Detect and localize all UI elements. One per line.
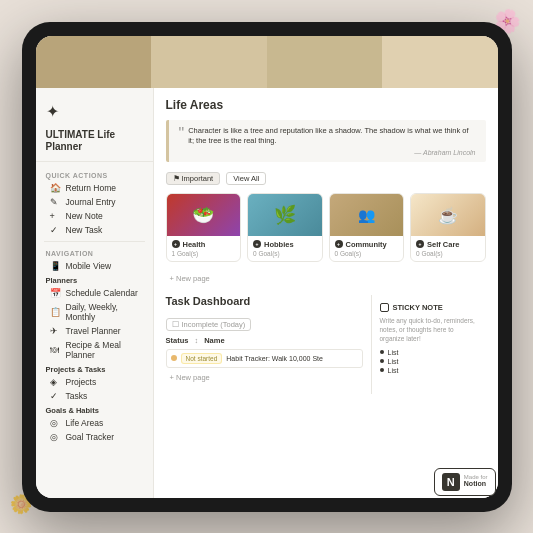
- add-page-label: + New page: [170, 274, 210, 283]
- add-new-page-row[interactable]: + New page: [166, 272, 486, 285]
- task-dashboard: Task Dashboard ☐ Incomplete (Today) Stat…: [166, 295, 363, 394]
- sidebar: ✦ ULTIMATE Life Planner QUICK ACTIONS 🏠 …: [36, 88, 154, 498]
- goal-tracker-icon: ◎: [50, 432, 62, 442]
- life-area-info-health: + Health 1 Goal(s): [167, 236, 241, 261]
- task-col-header: Status ↕ Name: [166, 336, 363, 345]
- mobile-icon: 📱: [50, 261, 62, 271]
- note-icon: +: [50, 211, 62, 221]
- banner-segment-1: [36, 36, 152, 88]
- sticky-list-label-2: List: [388, 367, 399, 374]
- task-title: Task Dashboard: [166, 295, 251, 307]
- name-col-label: Name: [204, 336, 224, 345]
- sidebar-logo: ✦: [36, 96, 153, 125]
- sidebar-item-travel[interactable]: ✈ Travel Planner: [40, 324, 149, 338]
- life-areas-title: Life Areas: [166, 98, 486, 112]
- life-area-card-community[interactable]: + Community 0 Goal(s): [329, 193, 405, 262]
- tags-row: ⚑ Important View All: [166, 172, 486, 185]
- add-task-row[interactable]: + New page: [166, 371, 363, 384]
- status-dot: [171, 355, 177, 361]
- sidebar-label-mobile-view: Mobile View: [66, 261, 112, 271]
- right-content: Life Areas " Character is like a tree an…: [154, 88, 498, 498]
- sidebar-label-daily: Daily, Weekly, Monthly: [66, 302, 139, 322]
- quick-actions-label: QUICK ACTIONS: [36, 168, 153, 181]
- sticky-desc: Write any quick to-do, reminders, notes,…: [380, 316, 478, 343]
- task-status-badge: Not started: [181, 353, 223, 364]
- life-area-img-community: [330, 194, 404, 236]
- projects-icon: ◈: [50, 377, 62, 387]
- sticky-list-item-1: List: [380, 358, 478, 365]
- sticky-title: STICKY NOTE: [393, 303, 443, 312]
- notion-brand-name: Notion: [464, 480, 488, 488]
- main-content: ✦ ULTIMATE Life Planner QUICK ACTIONS 🏠 …: [36, 88, 498, 498]
- bottom-content-row: Task Dashboard ☐ Incomplete (Today) Stat…: [166, 295, 486, 394]
- sidebar-divider-1: [44, 241, 145, 242]
- life-area-card-health[interactable]: + Health 1 Goal(s): [166, 193, 242, 262]
- tablet-screen: ✦ ULTIMATE Life Planner QUICK ACTIONS 🏠 …: [36, 36, 498, 498]
- daily-icon: 📋: [50, 307, 62, 317]
- sidebar-item-daily[interactable]: 📋 Daily, Weekly, Monthly: [40, 300, 149, 324]
- goals-label: Goals & Habits: [36, 403, 153, 416]
- sidebar-item-new-note[interactable]: + New Note: [40, 209, 149, 223]
- life-area-card-hobbies[interactable]: + Hobbies 0 Goal(s): [247, 193, 323, 262]
- sidebar-item-mobile-view[interactable]: 📱 Mobile View: [40, 259, 149, 273]
- sidebar-label-new-note: New Note: [66, 211, 103, 221]
- header-banner: [36, 36, 498, 88]
- community-count: 0 Goal(s): [335, 250, 399, 257]
- sidebar-label-tasks: Tasks: [66, 391, 88, 401]
- life-area-img-hobbies: [248, 194, 322, 236]
- sticky-note: STICKY NOTE Write any quick to-do, remin…: [371, 295, 486, 394]
- banner-segment-2: [151, 36, 267, 88]
- life-area-img-selfcare: [411, 194, 485, 236]
- task-subtab[interactable]: ☐ Incomplete (Today): [166, 318, 252, 331]
- selfcare-count: 0 Goal(s): [416, 250, 480, 257]
- life-areas-icon: ◎: [50, 418, 62, 428]
- life-area-name-health: + Health: [172, 240, 236, 249]
- health-icon: +: [172, 240, 180, 248]
- bullet-0: [380, 350, 384, 354]
- tablet-frame: ✦ ULTIMATE Life Planner QUICK ACTIONS 🏠 …: [22, 22, 512, 512]
- task-row-0[interactable]: Not started Habit Tracker: Walk 10,000 S…: [166, 349, 363, 368]
- sidebar-item-return-home[interactable]: 🏠 Return Home: [40, 181, 149, 195]
- home-icon: 🏠: [50, 183, 62, 193]
- life-areas-grid: + Health 1 Goal(s) + Hobbies: [166, 193, 486, 262]
- planners-label: Planners: [36, 273, 153, 286]
- sidebar-item-schedule[interactable]: 📅 Schedule Calendar: [40, 286, 149, 300]
- sidebar-item-journal[interactable]: ✎ Journal Entry: [40, 195, 149, 209]
- sidebar-label-return-home: Return Home: [66, 183, 117, 193]
- life-area-info-selfcare: + Self Care 0 Goal(s): [411, 236, 485, 261]
- page-title: ULTIMATE Life Planner: [46, 129, 143, 153]
- tag-important[interactable]: ⚑ Important: [166, 172, 221, 185]
- life-area-name-selfcare: + Self Care: [416, 240, 480, 249]
- sidebar-item-new-task[interactable]: ✓ New Task: [40, 223, 149, 237]
- travel-icon: ✈: [50, 326, 62, 336]
- community-icon: +: [335, 240, 343, 248]
- life-area-img-health: [167, 194, 241, 236]
- bullet-1: [380, 359, 384, 363]
- sidebar-item-projects[interactable]: ◈ Projects: [40, 375, 149, 389]
- life-area-info-community: + Community 0 Goal(s): [330, 236, 404, 261]
- tag-important-icon: ⚑: [173, 174, 180, 183]
- life-area-info-hobbies: + Hobbies 0 Goal(s): [248, 236, 322, 261]
- notion-badge-text: Made for Notion: [464, 474, 488, 488]
- sidebar-label-projects: Projects: [66, 377, 97, 387]
- life-area-card-selfcare[interactable]: + Self Care 0 Goal(s): [410, 193, 486, 262]
- sticky-checkbox[interactable]: [380, 303, 389, 312]
- sidebar-item-goal-tracker[interactable]: ◎ Goal Tracker: [40, 430, 149, 444]
- sidebar-label-journal: Journal Entry: [66, 197, 116, 207]
- tag-view-all[interactable]: View All: [226, 172, 266, 185]
- notion-badge: N Made for Notion: [434, 468, 496, 496]
- page-title-area: ULTIMATE Life Planner: [36, 125, 153, 162]
- sidebar-item-tasks[interactable]: ✓ Tasks: [40, 389, 149, 403]
- projects-label: Projects & Tasks: [36, 362, 153, 375]
- health-count: 1 Goal(s): [172, 250, 236, 257]
- sidebar-item-recipe[interactable]: 🍽 Recipe & Meal Planner: [40, 338, 149, 362]
- sidebar-label-life-areas: Life Areas: [66, 418, 104, 428]
- sticky-list-label-1: List: [388, 358, 399, 365]
- notion-logo-letter: N: [447, 476, 455, 488]
- sidebar-item-life-areas[interactable]: ◎ Life Areas: [40, 416, 149, 430]
- quote-mark: ": [179, 126, 185, 142]
- sticky-list-item-0: List: [380, 349, 478, 356]
- hobbies-icon: +: [253, 240, 261, 248]
- sidebar-label-travel: Travel Planner: [66, 326, 121, 336]
- hobbies-count: 0 Goal(s): [253, 250, 317, 257]
